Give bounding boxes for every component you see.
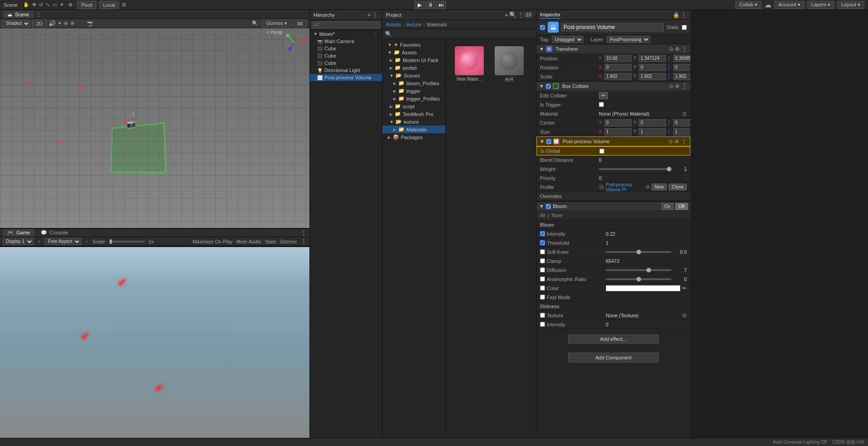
center-y-input[interactable]	[639, 119, 666, 126]
gizmo-widget[interactable]: Y	[283, 32, 306, 54]
display-select[interactable]: Display 1	[3, 238, 34, 245]
layer-select[interactable]: PostProcessing	[607, 36, 650, 43]
transform-icon[interactable]: ✦	[60, 2, 64, 8]
bc-dots[interactable]: ⋮	[681, 82, 688, 90]
hierarchy-scene-root[interactable]: ▼ bloom* ⋮	[310, 30, 382, 38]
hierarchy-item-ppv[interactable]: ⬜ Post-process Volume	[310, 74, 382, 81]
layout-button[interactable]: Layout ▾	[837, 1, 864, 9]
scale-icon[interactable]: ⤡	[46, 2, 50, 8]
add-component-button[interactable]: Add Component	[568, 353, 659, 363]
profile-select-icon[interactable]: ⊙	[646, 184, 650, 190]
color-swatch[interactable]	[606, 285, 680, 291]
hierarchy-search[interactable]	[312, 21, 380, 29]
rot-x-input[interactable]	[604, 64, 632, 71]
fast-mode-checkbox[interactable]	[540, 295, 545, 300]
profile-value[interactable]: Post-process Volume Pr	[606, 182, 644, 192]
texture-checkbox[interactable]	[540, 313, 545, 318]
breadcrumb-texture[interactable]: texture	[406, 22, 422, 27]
game-panel-menu[interactable]: ⋮	[300, 229, 307, 237]
folder-bloom-profiles[interactable]: ▶ 📁 bloom_Profiles	[382, 79, 445, 87]
grid-icon[interactable]: ⊞	[122, 2, 126, 8]
project-search-icon[interactable]: 🔍	[509, 11, 516, 18]
project-search-icon2[interactable]: 🔍	[385, 31, 392, 37]
scene-dots[interactable]: ⋮	[373, 31, 378, 37]
folder-scenes[interactable]: ▼ 📂 Scenes	[382, 72, 445, 79]
transform-settings[interactable]: ⚙	[675, 46, 680, 52]
clone-profile-button[interactable]: Clone	[669, 184, 687, 190]
bloom-header[interactable]: ▼ Bloom On Off	[536, 201, 690, 211]
bloom-off-button[interactable]: Off	[675, 203, 688, 210]
obj-active-checkbox[interactable]	[540, 25, 545, 30]
is-trigger-checkbox[interactable]	[599, 102, 604, 107]
scale-x-input[interactable]	[604, 73, 632, 80]
hand-icon[interactable]: ✋	[23, 2, 29, 8]
bc-eye[interactable]: ⊙	[669, 83, 673, 89]
weight-slider[interactable]	[599, 168, 671, 170]
hierarchy-item-dir-light[interactable]: 💡 Directional Light	[310, 67, 382, 74]
layers-button[interactable]: Layers ▾	[807, 1, 834, 9]
game-panel-dots[interactable]: ⋮	[300, 238, 307, 245]
folder-trigger-profiles[interactable]: ▶ 📁 trigger_Profiles	[382, 95, 445, 102]
hierarchy-dots[interactable]: ⋮	[372, 11, 378, 19]
inspector-lock-icon[interactable]: 🔒	[673, 12, 680, 18]
mute-audio-button[interactable]: Mute Audio	[236, 239, 261, 244]
scene-search-icon[interactable]: 🔍	[252, 20, 258, 26]
pivot-button[interactable]: Pivot	[77, 1, 96, 9]
edit-collider-btn[interactable]: ✏	[599, 92, 608, 99]
all-button[interactable]: All	[293, 19, 307, 28]
game-gizmos-button[interactable]: Gizmos	[280, 239, 297, 244]
size-y-input[interactable]	[639, 128, 666, 136]
folder-assets[interactable]: ▼ 📁 Assets	[382, 48, 445, 56]
ppv-dots[interactable]: ⋮	[681, 138, 687, 145]
folder-texture[interactable]: ▼ 📂 texture	[382, 118, 445, 126]
step-button[interactable]: ⏭	[436, 1, 446, 9]
diffusion-slider[interactable]	[606, 269, 671, 271]
static-checkbox[interactable]	[682, 25, 687, 30]
scene-camera-icon[interactable]: 📷	[87, 20, 93, 26]
transform-eye[interactable]: ⊙	[669, 46, 673, 52]
tab-inspector[interactable]: Inspector	[540, 11, 560, 19]
hierarchy-item-main-camera[interactable]: 📷 Main Camera	[310, 38, 382, 45]
audio-icon[interactable]: 🔊	[48, 20, 56, 27]
scale-z-input[interactable]	[673, 73, 690, 80]
collab-button[interactable]: Collab ▾	[735, 1, 762, 9]
tag-select[interactable]: Untagged	[552, 36, 583, 43]
hierarchy-item-cube2[interactable]: ⬛ Cube	[310, 52, 382, 59]
center-z-input[interactable]	[673, 119, 690, 126]
obj-name-input[interactable]	[561, 23, 664, 31]
folder-trigger[interactable]: ▶ 📁 trigger	[382, 87, 445, 95]
transform-header[interactable]: ▼ ⊞ Transform ⊙ ⚙ ⋮	[536, 44, 690, 54]
box-collider-header[interactable]: ▼ ⬛ Box Collider ⊙ ⚙ ⋮	[536, 81, 690, 91]
soft-knee-checkbox[interactable]	[540, 249, 545, 254]
account-button[interactable]: Account ▾	[774, 1, 805, 9]
custom-icon[interactable]: ⊕	[68, 2, 72, 8]
effects-icon[interactable]: ✦	[58, 20, 62, 26]
shading-mode-select[interactable]: Shaded	[3, 20, 30, 27]
threshold-checkbox[interactable]	[540, 240, 545, 245]
cube-object[interactable]: 📷 ↑ →	[111, 122, 166, 173]
tab-console[interactable]: 💬 Console	[36, 229, 72, 237]
material-select-icon[interactable]: ⊙	[682, 111, 687, 117]
rect-icon[interactable]: ▭	[53, 2, 57, 8]
2d-button[interactable]: 2D	[32, 19, 47, 28]
rot-z-input[interactable]	[673, 64, 690, 71]
rot-y-input[interactable]	[639, 64, 666, 71]
size-z-input[interactable]	[673, 128, 690, 136]
transform-dots[interactable]: ⋮	[681, 45, 688, 53]
color-checkbox[interactable]	[540, 286, 545, 291]
ppv-eye[interactable]: ⊙	[669, 139, 673, 145]
scale-slider[interactable]	[109, 241, 145, 242]
stats-button[interactable]: Stats	[265, 239, 276, 244]
box-collider-active[interactable]	[546, 84, 551, 89]
hierarchy-item-cube3[interactable]: ⬛ Cube	[310, 59, 382, 67]
bloom-active-checkbox[interactable]	[546, 204, 551, 209]
folder-script[interactable]: ▶ 📁 script	[382, 102, 445, 110]
folder-packages[interactable]: ▶ 📦 Packages	[382, 133, 445, 141]
tab-game[interactable]: 🎮 Game	[3, 229, 34, 237]
ppv-settings[interactable]: ⚙	[675, 139, 679, 145]
folder-profeb[interactable]: ▶ 📁 profeb	[382, 64, 445, 72]
folder-textmesh[interactable]: ▶ 📁 TextMesh Pro	[382, 110, 445, 118]
pause-button[interactable]: ⏸	[425, 1, 435, 9]
pos-x-input[interactable]	[604, 55, 632, 62]
hierarchy-item-cube1[interactable]: ⬛ Cube	[310, 45, 382, 52]
